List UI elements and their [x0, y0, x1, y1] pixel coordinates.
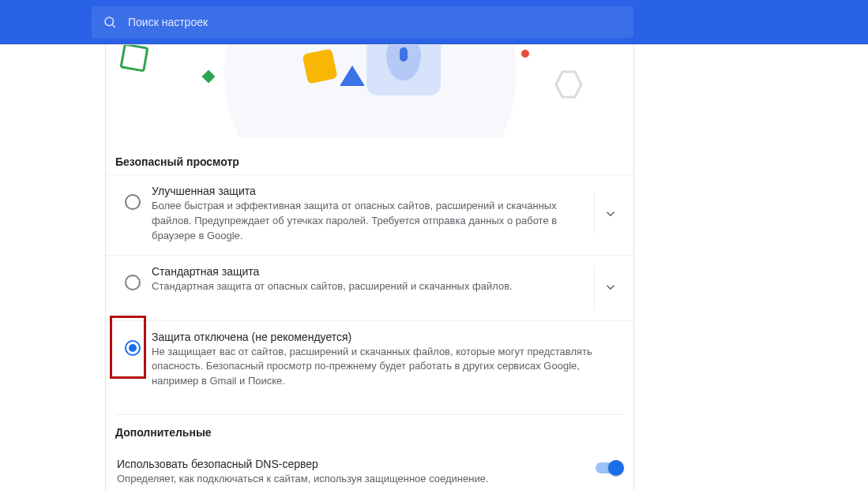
yellow-square-icon	[302, 48, 337, 84]
option-standard[interactable]: Стандартная защита Стандартная защита от…	[106, 255, 633, 320]
search-input[interactable]	[128, 16, 622, 28]
option-enhanced[interactable]: Улучшенная защита Более быстрая и эффект…	[106, 174, 633, 255]
expand-enhanced[interactable]	[594, 192, 626, 236]
chevron-down-icon	[603, 280, 618, 294]
dns-title: Использовать безопасный DNS-сервер	[117, 458, 596, 470]
dns-row: Использовать безопасный DNS-сервер Опред…	[115, 458, 624, 490]
hexagon-icon	[553, 69, 584, 100]
radio-standard[interactable]	[125, 275, 141, 290]
chevron-down-icon	[603, 207, 618, 221]
svg-marker-2	[556, 72, 581, 97]
svg-point-0	[105, 17, 114, 26]
option-desc: Более быстрая и эффективная защита от оп…	[152, 199, 578, 244]
shield-tile-icon	[366, 45, 441, 95]
option-desc: Стандартная защита от опасных сайтов, ра…	[152, 279, 578, 294]
safe-browsing-title: Безопасный просмотр	[106, 138, 633, 174]
additional-title: Дополнительные	[115, 426, 624, 439]
red-dot-icon	[521, 50, 529, 58]
radio-no-protection[interactable]	[125, 340, 141, 356]
option-title: Защита отключена (не рекомендуется)	[152, 331, 621, 343]
search-box[interactable]	[92, 6, 633, 38]
blue-triangle-icon	[340, 65, 365, 86]
green-square-icon	[119, 45, 148, 73]
settings-card: Безопасный просмотр Улучшенная защита Бо…	[105, 45, 634, 490]
option-no-protection[interactable]: Защита отключена (не рекомендуется) Не з…	[106, 320, 633, 401]
dns-desc: Определяет, как подключаться к сайтам, и…	[117, 472, 596, 487]
illustration	[106, 45, 633, 138]
search-icon	[103, 15, 117, 29]
option-desc: Не защищает вас от сайтов, расширений и …	[152, 345, 621, 390]
option-title: Улучшенная защита	[152, 185, 578, 197]
svg-line-1	[112, 24, 115, 27]
option-title: Стандартная защита	[152, 265, 578, 278]
radio-enhanced[interactable]	[125, 194, 141, 210]
green-diamond-icon	[202, 70, 216, 84]
top-bar	[0, 0, 868, 44]
dns-toggle[interactable]	[596, 462, 622, 473]
expand-standard[interactable]	[594, 265, 626, 309]
